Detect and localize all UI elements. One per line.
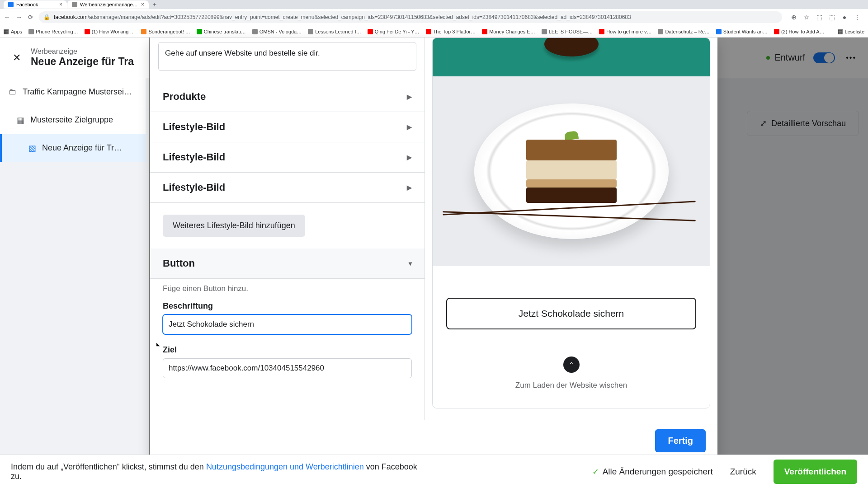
bookmark-item[interactable]: (1) How Working …	[85, 29, 135, 34]
bookmark-label: Money Changes E…	[489, 29, 535, 34]
edit-modal: Gehe auf unsere Website und bestelle sie…	[150, 38, 717, 461]
chocolate-image	[544, 38, 599, 56]
profile-icon[interactable]: ●	[841, 14, 848, 21]
chevron-up-icon[interactable]: ⌃	[563, 357, 580, 373]
close-icon[interactable]: ✕	[9, 52, 29, 64]
section-lifestyle[interactable]: Lifestyle-Bild ▶	[150, 112, 425, 142]
modal-body: Gehe auf unsere Website und bestelle sie…	[150, 38, 717, 420]
done-button[interactable]: Fertig	[655, 429, 706, 452]
swipe-hint: ⌃ Zum Laden der Website wischen	[446, 329, 696, 390]
bookmark-item[interactable]: The Top 3 Platfor…	[426, 29, 476, 34]
extension-icon[interactable]: ⬚	[828, 14, 835, 21]
target-url-input[interactable]	[163, 358, 412, 378]
field-label-target: Ziel	[150, 337, 425, 358]
url-domain: facebook.com	[54, 14, 88, 20]
extension-icon[interactable]: ⬚	[816, 14, 823, 21]
section-products[interactable]: Produkte ▶	[150, 82, 425, 112]
bookmark-label: Qing Fei De Yi - Y…	[375, 29, 420, 34]
bookmark-icon	[658, 29, 663, 34]
publish-button[interactable]: Veröffentlichen	[774, 460, 857, 484]
tab-label: Facebook	[16, 2, 57, 7]
browser-tab[interactable]: Werbeanzeigenmanager - We… ×	[67, 0, 149, 9]
bookmark-icon	[716, 29, 722, 34]
chevron-right-icon: ▶	[407, 184, 412, 191]
nav-campaign[interactable]: 🗀 Traffic Kampagne Mustersei…	[0, 78, 146, 106]
section-label: Lifestyle-Bild	[163, 182, 225, 193]
new-tab-button[interactable]: +	[149, 1, 160, 8]
bookmark-label: (2) How To Add A…	[781, 29, 825, 34]
reading-list[interactable]: ▤Leseliste	[838, 29, 864, 34]
cursor-icon: ◣	[156, 342, 160, 347]
bookmark-item[interactable]: Qing Fei De Yi - Y…	[368, 29, 420, 34]
bookmark-label: How to get more v…	[606, 29, 651, 34]
reload-icon[interactable]: ⟳	[27, 14, 34, 21]
bookmark-item[interactable]: GMSN - Vologda…	[252, 29, 302, 34]
close-icon[interactable]: ×	[59, 1, 62, 8]
section-label: Lifestyle-Bild	[163, 121, 225, 133]
bookmark-item[interactable]: (2) How To Add A…	[774, 29, 825, 34]
swipe-text: Zum Laden der Website wischen	[446, 381, 696, 390]
browser-chrome: Facebook × Werbeanzeigenmanager - We… × …	[0, 0, 868, 38]
url-path: /adsmanager/manage/ads/edit?act=30325357…	[88, 14, 631, 20]
apps-icon: ▦	[4, 29, 9, 34]
saved-label: Alle Änderungen gespeichert	[603, 467, 713, 477]
browser-tab[interactable]: Facebook ×	[4, 0, 67, 9]
body-text-input[interactable]: Gehe auf unsere Website und bestelle sie…	[158, 42, 416, 71]
cake-layer	[526, 188, 617, 203]
section-lifestyle[interactable]: Lifestyle-Bild ▶	[150, 142, 425, 173]
preview-body: Jetzt Schokolade sichern ⌃ Zum Laden der…	[433, 266, 710, 408]
plate-graphic	[474, 103, 669, 239]
bookmark-item[interactable]: Phone Recycling…	[28, 29, 78, 34]
terms-link[interactable]: Nutzungsbedingungen und Werberichtlinien	[206, 462, 364, 471]
add-lifestyle-button[interactable]: Weiteres Lifestyle-Bild hinzufügen	[163, 215, 305, 237]
caption-input[interactable]	[163, 314, 412, 334]
nav-label: Neue Anzeige für Tr…	[42, 143, 122, 153]
star-icon[interactable]: ☆	[803, 14, 810, 21]
bookmark-icon	[368, 29, 373, 34]
sections-list: Produkte ▶ Lifestyle-Bild ▶ Lifestyle-Bi…	[150, 82, 425, 420]
bookmark-item[interactable]: LEE 'S HOUSE—…	[542, 29, 593, 34]
bookmark-icon	[599, 29, 604, 34]
translate-icon[interactable]: ⊕	[790, 14, 797, 21]
bookmark-icon	[252, 29, 258, 34]
forward-icon[interactable]: →	[15, 14, 23, 21]
close-icon[interactable]: ×	[141, 1, 144, 8]
section-button[interactable]: Button ▾	[150, 249, 425, 279]
bookmark-item[interactable]: Student Wants an…	[716, 29, 768, 34]
bookmark-label: Datenschutz – Re…	[665, 29, 709, 34]
chevron-right-icon: ▶	[407, 123, 412, 131]
bookmark-item[interactable]: ▦Apps	[4, 29, 22, 34]
bookmark-item[interactable]: Chinese translati…	[197, 29, 246, 34]
bookmark-icon	[197, 29, 202, 34]
drizzle-graphic	[443, 203, 696, 225]
menu-icon[interactable]: ⋮	[854, 14, 861, 21]
bookmark-label: LEE 'S HOUSE—…	[549, 29, 593, 34]
bookmark-item[interactable]: Sonderangebot! …	[141, 29, 190, 34]
nav-bar: ← → ⟳ 🔒 facebook.com /adsmanager/manage/…	[0, 9, 868, 25]
bookmarks-bar: ▦Apps Phone Recycling… (1) How Working ……	[0, 25, 868, 38]
nav-adset[interactable]: ▦ Musterseite Zielgruppe	[0, 106, 146, 134]
nav-ad[interactable]: ▧ Neue Anzeige für Tr…	[0, 134, 146, 162]
bookmark-item[interactable]: Datenschutz – Re…	[658, 29, 709, 34]
consent-fragment: Indem du auf „Veröffentlichen“ klickst, …	[11, 462, 206, 471]
back-icon[interactable]: ←	[4, 14, 11, 21]
bookmark-icon	[774, 29, 779, 34]
chevron-right-icon: ▶	[407, 154, 412, 161]
bookmark-icon	[85, 29, 90, 34]
nav-label: Musterseite Zielgruppe	[30, 115, 113, 125]
bookmark-item[interactable]: Lessons Learned f…	[308, 29, 361, 34]
preview-hero-top	[433, 38, 710, 76]
back-button[interactable]: Zurück	[724, 462, 763, 481]
saved-indicator: ✓ Alle Änderungen gespeichert	[592, 467, 713, 477]
consent-text: Indem du auf „Veröffentlichen“ klickst, …	[11, 462, 418, 481]
bookmark-item[interactable]: Money Changes E…	[482, 29, 535, 34]
url-bar[interactable]: 🔒 facebook.com /adsmanager/manage/ads/ed…	[39, 11, 782, 23]
tab-bar: Facebook × Werbeanzeigenmanager - We… × …	[0, 0, 868, 9]
section-label: Produkte	[163, 91, 206, 103]
preview-cta-button[interactable]: Jetzt Schokolade sichern	[446, 298, 696, 329]
section-lifestyle[interactable]: Lifestyle-Bild ▶	[150, 173, 425, 203]
left-nav: 🗀 Traffic Kampagne Mustersei… ▦ Musterse…	[0, 78, 146, 162]
bookmark-item[interactable]: How to get more v…	[599, 29, 651, 34]
bookmark-label: Sonderangebot! …	[148, 29, 190, 34]
ad-preview: Jetzt Schokolade sichern ⌃ Zum Laden der…	[432, 38, 710, 408]
